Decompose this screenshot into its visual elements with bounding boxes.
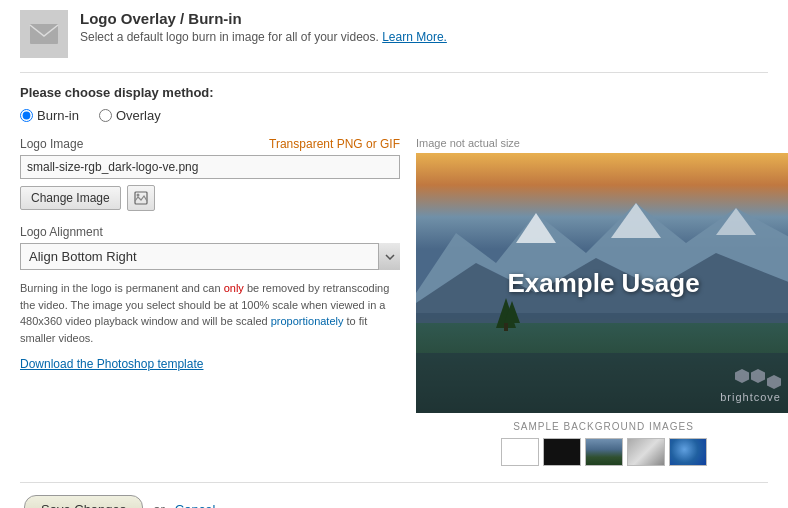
svg-point-2 xyxy=(136,194,139,197)
watermark-text: brightcove xyxy=(720,391,781,403)
envelope-icon xyxy=(28,18,60,50)
alignment-label: Logo Alignment xyxy=(20,225,400,239)
svg-rect-12 xyxy=(504,323,508,331)
hex-1 xyxy=(735,369,749,383)
burn-warning-text: Burning in the logo is permanent and can… xyxy=(20,280,400,346)
radio-burn-in-input[interactable] xyxy=(20,109,33,122)
hex-3 xyxy=(767,375,781,389)
logo-image-hint: Transparent PNG or GIF xyxy=(269,137,400,151)
logo-image-label: Logo Image xyxy=(20,137,83,151)
logo-image-field-header: Logo Image Transparent PNG or GIF xyxy=(20,137,400,151)
image-note: Image not actual size xyxy=(416,137,788,149)
preview-image: Example Usage brightcove xyxy=(416,153,788,413)
sample-thumb-mountain[interactable] xyxy=(585,438,623,466)
alignment-select-wrapper: Align Top Left Align Top Center Align To… xyxy=(20,243,400,270)
sample-bg-section: SAMPLE BACKGROUND IMAGES xyxy=(416,421,788,466)
action-row: Save Changes or Cancel xyxy=(20,495,768,508)
hex-2 xyxy=(751,369,765,383)
learn-more-link[interactable]: Learn More. xyxy=(382,30,447,44)
action-or: or xyxy=(153,502,165,508)
page-title: Logo Overlay / Burn-in xyxy=(80,10,447,27)
module-icon xyxy=(20,10,68,58)
sample-thumb-blue-gem[interactable] xyxy=(669,438,707,466)
download-photoshop-link[interactable]: Download the Photoshop template xyxy=(20,357,203,371)
sample-bg-row xyxy=(416,438,788,466)
logo-image-input[interactable] xyxy=(20,155,400,179)
image-icon xyxy=(134,191,148,205)
header-divider xyxy=(20,72,768,73)
header-text: Logo Overlay / Burn-in Select a default … xyxy=(80,10,447,44)
radio-overlay[interactable]: Overlay xyxy=(99,108,161,123)
display-method-radio-group: Burn-in Overlay xyxy=(20,108,768,123)
example-usage-text: Example Usage xyxy=(507,268,699,299)
bottom-divider xyxy=(20,482,768,483)
image-button-row: Change Image xyxy=(20,185,400,211)
logo-watermark: brightcove xyxy=(720,369,781,403)
main-content: Logo Image Transparent PNG or GIF Change… xyxy=(20,137,768,466)
radio-burn-in[interactable]: Burn-in xyxy=(20,108,79,123)
alignment-select[interactable]: Align Top Left Align Top Center Align To… xyxy=(20,243,400,270)
warning-proportionately: proportionately xyxy=(271,315,344,327)
change-image-button[interactable]: Change Image xyxy=(20,186,121,210)
header-area: Logo Overlay / Burn-in Select a default … xyxy=(20,10,768,58)
page-wrapper: Logo Overlay / Burn-in Select a default … xyxy=(0,0,788,508)
radio-overlay-input[interactable] xyxy=(99,109,112,122)
sample-thumb-gray-photo[interactable] xyxy=(627,438,665,466)
left-panel: Logo Image Transparent PNG or GIF Change… xyxy=(20,137,400,371)
display-method-label: Please choose display method: xyxy=(20,85,768,100)
warning-only: only xyxy=(224,282,244,294)
save-button[interactable]: Save Changes xyxy=(24,495,143,508)
sample-bg-label: SAMPLE BACKGROUND IMAGES xyxy=(416,421,788,432)
sample-thumb-black[interactable] xyxy=(543,438,581,466)
right-panel: Image not actual size xyxy=(416,137,788,466)
hex-logo xyxy=(735,369,781,389)
cancel-button[interactable]: Cancel xyxy=(175,502,215,508)
image-action-button[interactable] xyxy=(127,185,155,211)
header-description: Select a default logo burn in image for … xyxy=(80,30,447,44)
svg-rect-0 xyxy=(30,24,58,44)
sample-thumb-white[interactable] xyxy=(501,438,539,466)
